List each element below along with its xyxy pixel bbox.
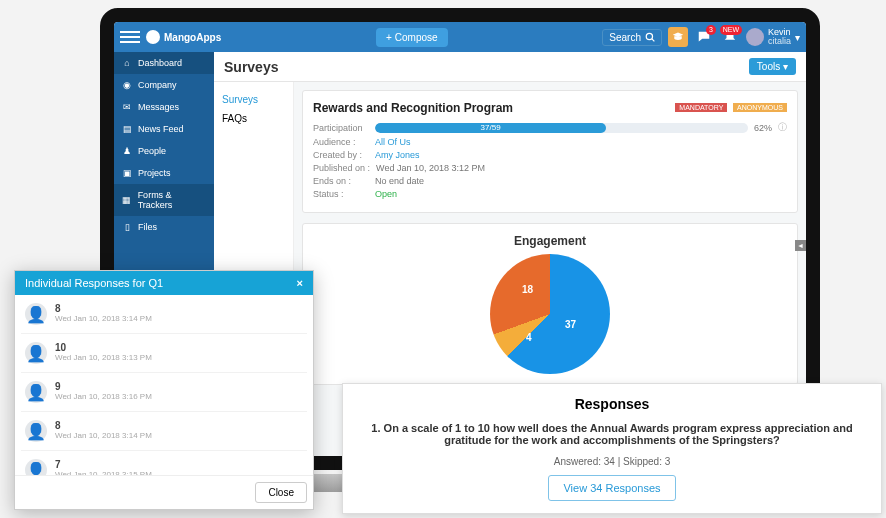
svg-point-0 <box>646 33 652 39</box>
modal-body[interactable]: 👤 8Wed Jan 10, 2018 3:14 PM 👤 10Wed Jan … <box>15 295 313 475</box>
svg-line-1 <box>652 39 655 42</box>
participation-label: Participation <box>313 123 369 133</box>
modal-title: Individual Responses for Q1 <box>25 277 163 289</box>
subnav-faqs[interactable]: FAQs <box>222 109 285 128</box>
pie-label-4: 4 <box>526 332 532 343</box>
close-button[interactable]: Close <box>255 482 307 503</box>
sidebar-item-company[interactable]: ◉Company <box>114 74 214 96</box>
sidebar-item-news-feed[interactable]: ▤News Feed <box>114 118 214 140</box>
brand-icon <box>146 30 160 44</box>
participation-bar: 37/59 <box>375 123 748 133</box>
chat-icon[interactable]: 3 <box>694 27 714 47</box>
anon-avatar-icon: 👤 <box>25 381 47 403</box>
sidebar-item-projects[interactable]: ▣Projects <box>114 162 214 184</box>
audience-link[interactable]: All Of Us <box>375 137 411 147</box>
published-date: Wed Jan 10, 2018 3:12 PM <box>376 163 485 173</box>
anon-avatar-icon: 👤 <box>25 459 47 475</box>
compose-button[interactable]: + Compose <box>376 28 448 47</box>
response-item[interactable]: 👤 10Wed Jan 10, 2018 3:13 PM <box>21 334 307 373</box>
survey-card: MANDATORY ANONYMOUS Rewards and Recognit… <box>302 90 798 213</box>
new-badge: NEW <box>720 25 742 35</box>
response-item[interactable]: 👤 8Wed Jan 10, 2018 3:14 PM <box>21 412 307 451</box>
responses-title: Responses <box>355 396 869 412</box>
compose-label: Compose <box>395 32 438 43</box>
pie-label-37: 37 <box>565 319 576 330</box>
brand[interactable]: MangoApps <box>146 30 221 44</box>
tag-anonymous: ANONYMOUS <box>733 103 787 112</box>
grad-icon[interactable] <box>668 27 688 47</box>
briefcase-icon: ▣ <box>122 168 132 178</box>
home-icon: ⌂ <box>122 58 132 68</box>
response-item[interactable]: 👤 9Wed Jan 10, 2018 3:16 PM <box>21 373 307 412</box>
individual-responses-modal: Individual Responses for Q1 × 👤 8Wed Jan… <box>14 270 314 510</box>
envelope-icon: ✉ <box>122 102 132 112</box>
anon-avatar-icon: 👤 <box>25 303 47 325</box>
info-icon[interactable]: ⓘ <box>778 121 787 134</box>
menu-icon[interactable] <box>120 31 140 43</box>
responses-panel: Responses 1. On a scale of 1 to 10 how w… <box>342 383 882 514</box>
status-value: Open <box>375 189 397 199</box>
responses-meta: Answered: 34 | Skipped: 3 <box>355 456 869 467</box>
widgets-tab[interactable]: ◄ <box>795 240 806 251</box>
participation-pct: 62% <box>754 123 772 133</box>
file-icon: ▯ <box>122 222 132 232</box>
engagement-pie <box>490 254 610 374</box>
sidebar-item-dashboard[interactable]: ⌂Dashboard <box>114 52 214 74</box>
view-responses-button[interactable]: View 34 Responses <box>548 475 675 501</box>
page-title: Surveys <box>224 59 278 75</box>
anon-avatar-icon: 👤 <box>25 342 47 364</box>
pie-label-18: 18 <box>522 284 533 295</box>
news-icon: ▤ <box>122 124 132 134</box>
tools-button[interactable]: Tools ▾ <box>749 58 796 75</box>
question-text: 1. On a scale of 1 to 10 how well does t… <box>355 422 869 446</box>
topbar: MangoApps + Compose Search 3 NEW <box>114 22 806 52</box>
person-icon: ♟ <box>122 146 132 156</box>
search-box[interactable]: Search <box>602 29 662 46</box>
sidebar-item-files[interactable]: ▯Files <box>114 216 214 238</box>
ends-date: No end date <box>375 176 424 186</box>
author-link[interactable]: Amy Jones <box>375 150 420 160</box>
sidebar-item-messages[interactable]: ✉Messages <box>114 96 214 118</box>
search-label: Search <box>609 32 641 43</box>
avatar <box>746 28 764 46</box>
participation-fill: 37/59 <box>375 123 606 133</box>
plus-icon: + <box>386 32 392 43</box>
chevron-down-icon: ▾ <box>795 32 800 43</box>
close-icon[interactable]: × <box>297 277 303 289</box>
anon-avatar-icon: 👤 <box>25 420 47 442</box>
subnav-surveys[interactable]: Surveys <box>222 90 285 109</box>
username: Kevincitalia <box>768 28 791 46</box>
globe-icon: ◉ <box>122 80 132 90</box>
main-header: Surveys Tools ▾ <box>214 52 806 82</box>
tag-mandatory: MANDATORY <box>675 103 727 112</box>
search-icon <box>645 32 655 42</box>
response-item[interactable]: 👤 8Wed Jan 10, 2018 3:14 PM <box>21 295 307 334</box>
user-menu[interactable]: Kevincitalia ▾ <box>746 28 800 46</box>
response-item[interactable]: 👤 7Wed Jan 10, 2018 3:15 PM <box>21 451 307 475</box>
engagement-title: Engagement <box>313 234 787 248</box>
notif-badge: 3 <box>706 25 716 35</box>
grid-icon: ▦ <box>122 195 132 205</box>
brand-label: MangoApps <box>164 32 221 43</box>
sidebar-item-people[interactable]: ♟People <box>114 140 214 162</box>
engagement-card: Engagement 37 18 4 <box>302 223 798 385</box>
sidebar-item-forms-trackers[interactable]: ▦Forms & Trackers <box>114 184 214 216</box>
bell-icon[interactable]: NEW <box>720 27 740 47</box>
